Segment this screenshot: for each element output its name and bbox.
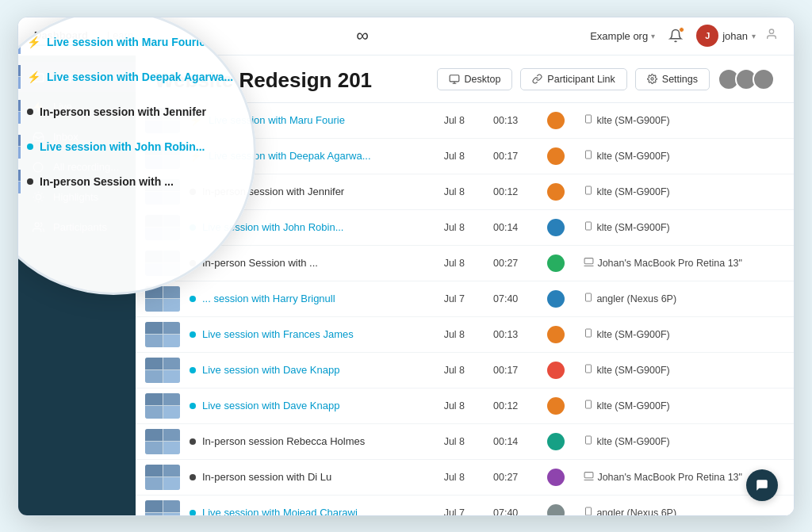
device-icon [584,400,593,411]
session-name[interactable]: In-person session Rebecca Holmes [202,435,365,447]
table-row[interactable]: In-person session Rebecca Holmes Jul 8 0… [136,423,794,459]
session-duration: 00:12 [484,174,538,209]
sidebar-live-label: Live [53,101,72,113]
session-name-cell: In-person Session with ... [190,257,428,269]
session-name-cell: In-person session with Jennifer [190,186,428,197]
session-duration: 00:13 [484,103,538,139]
participant-cell [538,245,574,281]
session-name[interactable]: Live session with Dave Knapp [202,400,339,411]
session-name-cell: In-person session Rebecca Holmes [190,435,428,447]
sidebar-item-inbox[interactable]: Inbox [18,122,136,152]
session-thumbnail [145,465,180,490]
tab-dashboard[interactable]: Dashboard [34,26,88,46]
settings-label: Settings [662,74,698,85]
inbox-icon [31,130,45,144]
device-info: klte (SM-G900F) [584,328,784,340]
session-dot [190,403,196,409]
session-name[interactable]: In-person Session with ... [202,257,318,269]
session-name[interactable]: In-person session with Di Lu [202,471,331,483]
session-name[interactable]: Live session with Frances James [202,328,354,340]
session-date: Jul 7 [435,281,484,316]
session-name-cell: Live session with Frances James [190,328,428,340]
lightning-icon: ⚡ [190,114,202,126]
lightning-icon: ⚡ [190,150,202,162]
org-name: Example org [590,30,648,42]
session-thumbnail [145,286,180,312]
session-duration: 00:14 [484,209,538,245]
desktop-button[interactable]: Desktop [437,68,513,90]
session-date: Jul 8 [435,423,484,459]
settings-button[interactable]: Settings [635,68,710,90]
notification-button[interactable] [665,25,687,47]
top-nav: Dashboard Learn ∞ Example org ▾ J johan … [18,17,794,55]
session-name[interactable]: ... session with Harry Brignull [202,293,335,304]
sidebar-highlights-label: Highlights [53,191,98,203]
participant-cell [538,103,574,139]
sidebar-item-projects[interactable]: Projects [18,62,136,92]
participant-link-button[interactable]: Participant Link [520,68,626,90]
table-row[interactable]: ... session with Harry Brignull Jul 7 07… [136,281,794,316]
svg-line-7 [41,200,42,201]
table-row[interactable]: ⚡ Live session with Maru Fourie Jul 8 00… [136,103,794,139]
chat-icon [755,478,769,492]
session-duration: 07:40 [484,281,538,316]
device-cell: klte (SM-G900F) [574,103,794,139]
table-row[interactable]: In-person session with Di Lu Jul 8 00:27… [136,459,794,495]
session-name[interactable]: In-person session with Jennifer [202,186,344,197]
session-name[interactable]: Live session with Maru Fourie [209,114,345,126]
person-icon[interactable] [765,28,778,44]
device-name: klte (SM-G900F) [596,365,669,376]
session-dot [190,367,196,373]
table-row[interactable]: Live session with Dave Knapp Jul 8 00:12… [136,388,794,423]
session-thumbnail [145,322,180,347]
sidebar-item-recordings[interactable]: All recording... [18,152,136,182]
nav-right: Example org ▾ J johan ▾ [590,25,778,47]
session-duration: 00:13 [484,316,538,352]
device-name: angler (Nexus 6P) [596,293,676,304]
session-name-cell: Live session with John Robin... [190,221,428,233]
participant-avatar [547,469,565,486]
participant-cell [538,174,574,209]
device-name: Johan's MacBook Pro Retina 13" [597,258,742,269]
svg-point-0 [769,29,773,33]
session-thumbnail [145,108,180,133]
table-row[interactable]: In-person session with Jennifer Jul 8 00… [136,174,794,209]
chat-button[interactable] [746,469,778,501]
session-name[interactable]: Live session with John Robin... [202,221,343,233]
user-selector[interactable]: J johan ▾ [696,25,756,47]
participant-avatar [547,255,565,272]
session-thumbnail [145,215,180,240]
session-dot [190,189,196,195]
participant-avatar [547,326,565,343]
sidebar: Projects Live Inbox [18,55,136,515]
session-name-cell: In-person session with Di Lu [190,471,428,483]
app-window: Dashboard Learn ∞ Example org ▾ J johan … [17,17,795,516]
sidebar-item-highlights[interactable]: Highlights [18,182,136,212]
tab-learn[interactable]: Learn [107,26,133,46]
user-chevron-icon: ▾ [752,32,756,40]
page-content: Website Redesign 201 Desktop [136,55,794,515]
sidebar-item-live[interactable]: Live [18,92,136,122]
session-name[interactable]: Live session with Dave Knapp [202,364,339,376]
sidebar-item-participants[interactable]: Participants [18,212,136,243]
table-row[interactable]: Live session with Moiead Charawi Jul 7 0… [136,495,794,515]
session-duration: 00:17 [484,352,538,388]
table-row[interactable]: Live session with Frances James Jul 8 00… [136,316,794,352]
device-icon [584,435,593,447]
table-row[interactable]: ⚡ Live session with Deepak Agarwa... Jul… [136,138,794,174]
device-info: klte (SM-G900F) [584,186,784,197]
participant-cell [538,495,574,515]
device-icon [584,257,594,270]
main-content: Projects Live Inbox [18,55,794,515]
sessions-table-area[interactable]: ⚡ Live session with Maru Fourie Jul 8 00… [136,103,794,515]
session-date: Jul 8 [435,209,484,245]
folder-icon [31,70,45,84]
session-name[interactable]: Live session with Deepak Agarwa... [209,150,371,162]
table-row[interactable]: Live session with Dave Knapp Jul 8 00:17… [136,352,794,388]
session-thumbnail [145,429,180,454]
org-selector[interactable]: Example org ▾ [590,30,655,42]
table-row[interactable]: In-person Session with ... Jul 8 00:27 J… [136,245,794,281]
session-name[interactable]: Live session with Moiead Charawi [202,507,358,515]
participant-avatar [547,362,565,379]
table-row[interactable]: Live session with John Robin... Jul 8 00… [136,209,794,245]
